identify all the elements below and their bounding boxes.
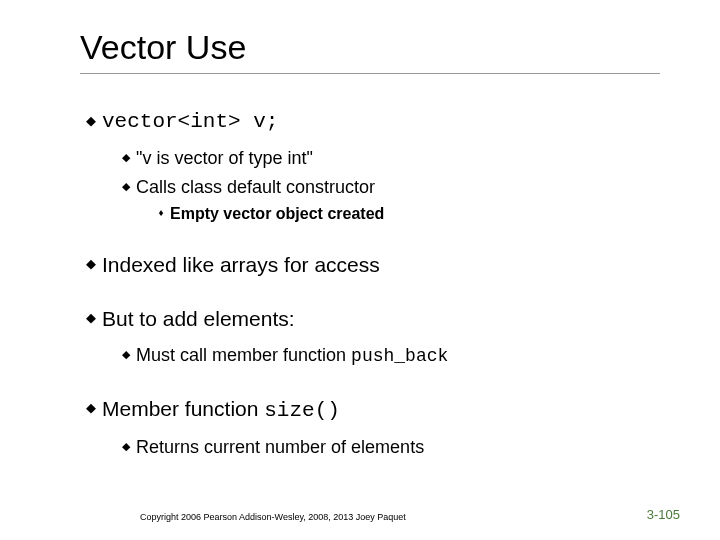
bullet-3: ◆ But to add elements:	[80, 305, 660, 333]
diamond-icon: ◆	[80, 108, 102, 128]
bullet-1-2-1-text: Empty vector object created	[170, 203, 384, 225]
bullet-3-text: But to add elements:	[102, 305, 295, 333]
bullet-4-1-text: Returns current number of elements	[136, 435, 424, 459]
bullet-2-text: Indexed like arrays for access	[102, 251, 380, 279]
bullet-3-1-pre: Must call member function	[136, 345, 351, 365]
diamond-icon: ◆	[80, 305, 102, 325]
diamond-icon: ◆	[116, 435, 136, 453]
bullet-1-2: ◆ Calls class default constructor	[116, 175, 660, 199]
bullet-1-1: ◆ "v is vector of type int"	[116, 146, 660, 170]
slide-content: Vector Use ◆ vector<int> v; ◆ "v is vect…	[0, 0, 720, 459]
title-underline	[80, 73, 660, 74]
bullet-4-1: ◆ Returns current number of elements	[116, 435, 660, 459]
bullet-3-1-code: push_back	[351, 346, 448, 366]
diamond-icon: ◆	[116, 343, 136, 361]
bullet-3-1: ◆ Must call member function push_back	[116, 343, 660, 368]
copyright-text: Copyright 2006 Pearson Addison-Wesley, 2…	[140, 512, 406, 522]
diamond-icon: ◆	[80, 251, 102, 271]
diamond-icon: ◆	[80, 395, 102, 415]
bullet-1-2-text: Calls class default constructor	[136, 175, 375, 199]
bullet-1-2-1: ♦ Empty vector object created	[152, 203, 660, 225]
diamond-icon: ◆	[116, 146, 136, 164]
bullet-4: ◆ Member function size()	[80, 395, 660, 425]
bullet-2: ◆ Indexed like arrays for access	[80, 251, 660, 279]
diamond-icon: ♦	[152, 203, 170, 218]
diamond-icon: ◆	[116, 175, 136, 193]
bullet-4-text: Member function size()	[102, 395, 340, 425]
bullet-1-1-text: "v is vector of type int"	[136, 146, 313, 170]
page-number: 3-105	[647, 507, 680, 522]
bullet-1: ◆ vector<int> v;	[80, 108, 660, 136]
slide-title: Vector Use	[80, 28, 660, 67]
bullet-3-1-text: Must call member function push_back	[136, 343, 448, 368]
bullet-4-pre: Member function	[102, 397, 264, 420]
bullet-4-code: size()	[264, 399, 340, 422]
bullet-1-text: vector<int> v;	[102, 108, 278, 136]
